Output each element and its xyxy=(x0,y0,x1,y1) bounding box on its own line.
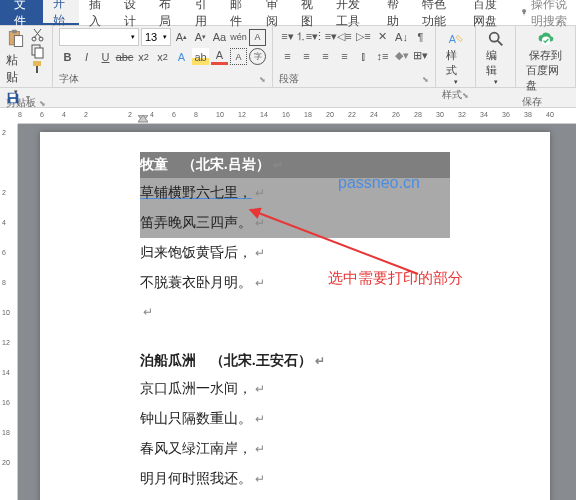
justify-button[interactable]: ≡ xyxy=(336,47,353,64)
subscript-button[interactable]: x2 xyxy=(135,48,152,65)
lightbulb-icon xyxy=(520,6,528,19)
tab-baidu-disk[interactable]: 百度网盘 xyxy=(463,0,514,25)
change-case-button[interactable]: Aa xyxy=(211,29,228,46)
font-launcher[interactable]: ⬊ xyxy=(259,75,266,84)
svg-rect-10 xyxy=(10,93,16,97)
tab-insert[interactable]: 插入 xyxy=(79,0,114,25)
font-size-select[interactable]: 13▾ xyxy=(141,28,171,46)
decrease-indent-button[interactable]: ◁≡ xyxy=(336,28,353,45)
poem1-line2[interactable]: 笛弄晚风三四声。↵ xyxy=(140,208,450,238)
line-spacing-button[interactable]: ↕≡ xyxy=(374,47,391,64)
tab-home[interactable]: 开始 xyxy=(43,0,78,25)
document-area[interactable]: 牧童 （北宋.吕岩）↵ 草铺横野六七里，↵ 笛弄晚风三四声。↵ 归来饱饭黄昏后，… xyxy=(18,124,576,500)
italic-button[interactable]: I xyxy=(78,48,95,65)
tab-mailings[interactable]: 邮件 xyxy=(220,0,255,25)
tell-me-search[interactable]: 操作说明搜索 xyxy=(514,0,576,25)
watermark-text: passneo.cn xyxy=(338,174,420,192)
group-styles: A 样式 ▾ 样式⬊ xyxy=(436,26,476,87)
tab-review[interactable]: 审阅 xyxy=(256,0,291,25)
highlight-button[interactable]: ab xyxy=(192,48,209,65)
file-menu[interactable]: 文件 xyxy=(0,0,43,25)
empty-para[interactable]: ↵ xyxy=(140,298,450,326)
shading-button[interactable]: ◆▾ xyxy=(393,47,410,64)
paste-icon xyxy=(6,28,26,50)
save-baidu-button[interactable]: 保存到 百度网盘 xyxy=(522,28,569,95)
shrink-font-button[interactable]: A▾ xyxy=(192,29,209,46)
cloud-save-icon xyxy=(537,30,555,48)
styles-icon: A xyxy=(447,30,465,48)
tab-help[interactable]: 帮助 xyxy=(377,0,412,25)
poem2-line4[interactable]: 明月何时照我还。↵ xyxy=(140,464,450,494)
show-marks-button[interactable]: ¶ xyxy=(412,28,429,45)
styles-button[interactable]: A 样式 ▾ xyxy=(442,28,469,88)
poem1-line3[interactable]: 归来饱饭黄昏后，↵ xyxy=(140,238,450,268)
align-left-button[interactable]: ≡ xyxy=(279,47,296,64)
superscript-button[interactable]: x2 xyxy=(154,48,171,65)
tab-references[interactable]: 引用 xyxy=(185,0,220,25)
group-editing: 编辑 ▾ xyxy=(476,26,516,87)
char-shading-button[interactable]: A xyxy=(230,48,247,65)
strikethrough-button[interactable]: abc xyxy=(116,48,133,65)
borders-button[interactable]: ⊞▾ xyxy=(412,47,429,64)
svg-rect-6 xyxy=(35,48,43,58)
font-family-select[interactable]: ▾ xyxy=(59,28,139,46)
poem2-line2[interactable]: 钟山只隔数重山。↵ xyxy=(140,404,450,434)
asian-layout-button[interactable]: ✕ xyxy=(374,28,391,45)
page: 牧童 （北宋.吕岩）↵ 草铺横野六七里，↵ 笛弄晚风三四声。↵ 归来饱饭黄昏后，… xyxy=(40,132,550,500)
save-icon[interactable] xyxy=(6,91,20,105)
multilevel-list-button[interactable]: ⋮≡▾ xyxy=(317,28,334,45)
hanging-indent-marker[interactable] xyxy=(138,115,148,123)
group-clipboard: 粘贴 ▾ 剪贴板⬊ xyxy=(0,26,53,87)
horizontal-ruler[interactable]: 8642246810121416182022242628303234363840 xyxy=(18,108,576,124)
align-right-button[interactable]: ≡ xyxy=(317,47,334,64)
poem2-title[interactable]: 泊船瓜洲 （北宋.王安石）↵ xyxy=(140,348,450,374)
tab-view[interactable]: 视图 xyxy=(291,0,326,25)
styles-label: 样式 xyxy=(442,88,462,102)
clipboard-launcher[interactable]: ⬊ xyxy=(39,99,46,108)
format-painter-button[interactable] xyxy=(30,60,46,74)
paragraph-mark: ↵ xyxy=(273,158,283,172)
find-icon xyxy=(487,30,505,48)
bullets-button[interactable]: ≡▾ xyxy=(279,28,296,45)
editing-button[interactable]: 编辑 ▾ xyxy=(482,28,509,88)
group-font: ▾ 13▾ A▴ A▾ Aa wén A B I U abc x2 x2 A a… xyxy=(53,26,273,87)
enclosed-char-button[interactable]: 字 xyxy=(249,48,266,65)
char-border-button[interactable]: A xyxy=(249,29,266,46)
font-label: 字体 xyxy=(59,72,79,86)
paragraph-launcher[interactable]: ⬊ xyxy=(422,75,429,84)
sort-button[interactable]: A↓ xyxy=(393,28,410,45)
svg-rect-1 xyxy=(12,30,17,33)
tab-developer[interactable]: 开发工具 xyxy=(326,0,377,25)
brush-icon xyxy=(30,59,46,75)
svg-text:A: A xyxy=(448,33,456,45)
svg-rect-11 xyxy=(10,98,15,102)
copy-button[interactable] xyxy=(30,44,46,58)
paste-button[interactable]: 粘贴 ▾ xyxy=(6,28,26,96)
tab-layout[interactable]: 布局 xyxy=(149,0,184,25)
svg-point-8 xyxy=(489,33,498,42)
cut-button[interactable] xyxy=(30,28,46,42)
text-effects-button[interactable]: A xyxy=(173,48,190,65)
poem2-line1[interactable]: 京口瓜洲一水间，↵ xyxy=(140,374,450,404)
copy-icon xyxy=(30,43,46,59)
numbering-button[interactable]: ⒈≡▾ xyxy=(298,28,315,45)
cut-icon xyxy=(30,27,46,43)
increase-indent-button[interactable]: ▷≡ xyxy=(355,28,372,45)
phonetic-guide-button[interactable]: wén xyxy=(230,29,247,46)
paragraph-label: 段落 xyxy=(279,72,299,86)
tab-special[interactable]: 特色功能 xyxy=(412,0,463,25)
svg-rect-2 xyxy=(14,36,22,47)
vertical-ruler[interactable]: 22468101214161820 xyxy=(0,124,18,500)
bold-button[interactable]: B xyxy=(59,48,76,65)
align-center-button[interactable]: ≡ xyxy=(298,47,315,64)
font-color-button[interactable]: A xyxy=(211,48,228,65)
save-label: 保存 xyxy=(522,95,542,109)
poem2-line3[interactable]: 春风又绿江南岸，↵ xyxy=(140,434,450,464)
styles-launcher[interactable]: ⬊ xyxy=(462,91,469,100)
underline-button[interactable]: U xyxy=(97,48,114,65)
distributed-button[interactable]: ⫿ xyxy=(355,47,372,64)
group-save: 保存到 百度网盘 保存 xyxy=(516,26,576,87)
grow-font-button[interactable]: A▴ xyxy=(173,29,190,46)
group-paragraph: ≡▾ ⒈≡▾ ⋮≡▾ ◁≡ ▷≡ ✕ A↓ ¶ ≡ ≡ ≡ ≡ ⫿ ↕≡ ◆▾ … xyxy=(273,26,436,87)
tab-design[interactable]: 设计 xyxy=(114,0,149,25)
